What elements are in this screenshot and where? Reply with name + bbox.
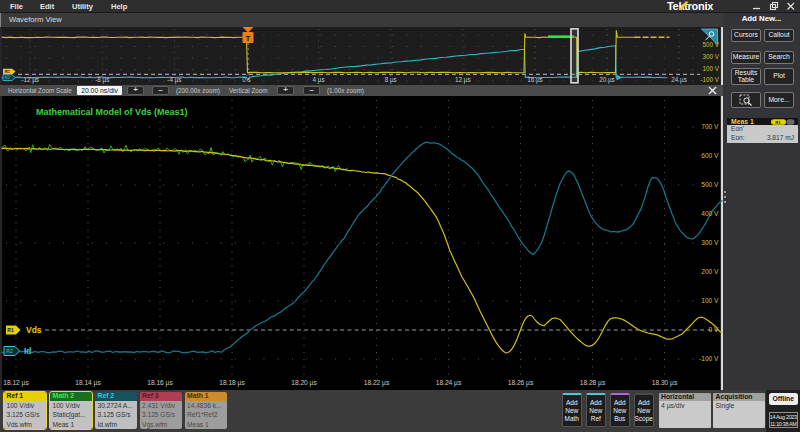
svg-text:Tektronix: Tektronix [667,0,714,12]
svg-text:18.26 µs: 18.26 µs [508,379,534,387]
svg-text:600 V: 600 V [701,152,719,159]
svg-text:-100 V: -100 V [700,76,719,83]
svg-text:18.24 µs: 18.24 µs [436,379,462,387]
svg-text:16 µs: 16 µs [527,76,543,84]
svg-text:Id: Id [24,346,32,356]
svg-text:R2: R2 [5,75,11,80]
svg-text:Vds: Vds [26,325,42,335]
svg-text:300 V: 300 V [703,53,720,60]
svg-text:100 V: 100 V [703,65,720,72]
svg-text:300 V: 300 V [701,239,719,246]
svg-text:R1: R1 [5,69,11,74]
svg-text:18.20 µs: 18.20 µs [291,379,317,387]
svg-text:8 µs: 8 µs [385,76,397,84]
svg-text:100 V: 100 V [701,297,719,304]
svg-text:-8 µs: -8 µs [95,76,109,84]
svg-text:18.16 µs: 18.16 µs [147,379,173,387]
svg-text:R1: R1 [7,327,14,333]
svg-text:18.22 µs: 18.22 µs [364,379,390,387]
svg-text:Mathematical Model of Vds (Mea: Mathematical Model of Vds (Meas1) [36,107,188,117]
svg-text:400 V: 400 V [701,210,719,217]
svg-text:500 V: 500 V [701,181,719,188]
svg-text:R2: R2 [6,348,13,354]
svg-text:-100 V: -100 V [699,355,719,362]
svg-text:18.18 µs: 18.18 µs [219,379,245,387]
svg-text:0 V: 0 V [709,326,719,333]
svg-text:20 µs: 20 µs [599,76,615,84]
svg-text:T: T [246,34,251,43]
svg-text:-4 µs: -4 µs [167,76,181,84]
svg-text:200 V: 200 V [701,268,719,275]
svg-text:4 µs: 4 µs [313,76,325,84]
svg-text:700 V: 700 V [701,123,719,130]
svg-text:18.30 µs: 18.30 µs [652,379,678,387]
svg-text:0 s: 0 s [242,76,250,83]
svg-text:-12 µs: -12 µs [21,76,39,84]
svg-text:18.28 µs: 18.28 µs [580,379,606,387]
svg-text:R1: R1 [775,119,781,124]
svg-text:12 µs: 12 µs [455,76,471,84]
svg-text:24 µs: 24 µs [671,76,687,84]
svg-text:18.14 µs: 18.14 µs [75,379,101,387]
svg-text:18.12 µs: 18.12 µs [3,379,29,387]
